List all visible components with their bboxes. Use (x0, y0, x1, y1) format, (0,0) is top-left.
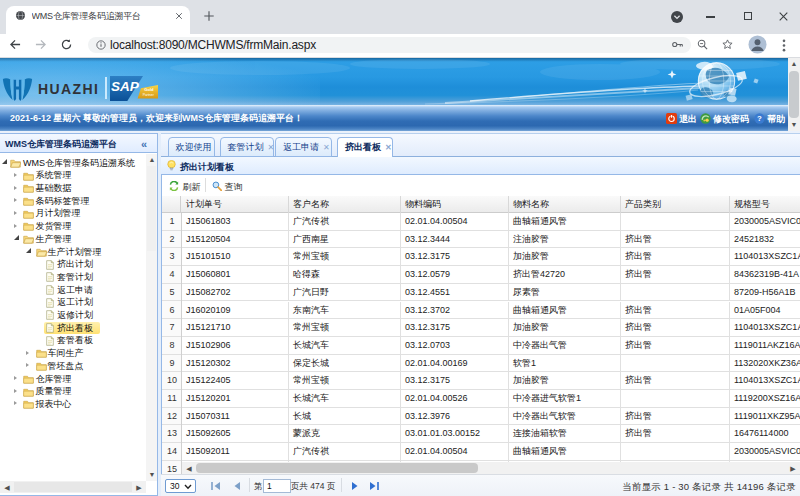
svg-text:Partner: Partner (142, 93, 154, 97)
svg-text:Gold: Gold (144, 87, 154, 92)
svg-text:?: ? (757, 114, 762, 123)
